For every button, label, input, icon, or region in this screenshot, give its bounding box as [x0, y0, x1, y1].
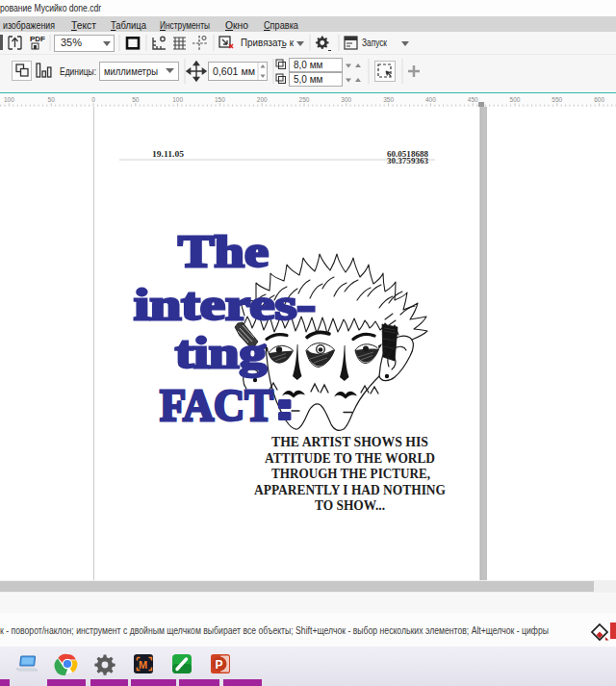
- svg-text:350: 350: [383, 96, 394, 103]
- svg-text:APPARENTLY I HAD NOTHING: APPARENTLY I HAD NOTHING: [254, 482, 446, 497]
- svg-text:Запуск: Запуск: [362, 37, 387, 48]
- svg-text:50: 50: [132, 96, 140, 103]
- svg-text:FACT: FACT: [160, 381, 273, 430]
- svg-text:150: 150: [215, 96, 225, 103]
- svg-text:250: 250: [299, 96, 310, 103]
- svg-text:5,0 мм: 5,0 мм: [294, 74, 323, 85]
- svg-text:THE ARTIST SHOWS HIS: THE ARTIST SHOWS HIS: [271, 434, 428, 449]
- svg-text:450: 450: [468, 96, 478, 103]
- svg-text:0,601 мм: 0,601 мм: [213, 65, 255, 77]
- svg-text:0: 0: [91, 96, 95, 103]
- svg-text:ATTITUDE TO THE WORLD: ATTITUDE TO THE WORLD: [265, 450, 435, 466]
- svg-text:миллиметры: миллиметры: [104, 65, 158, 77]
- svg-text:8,0 мм: 8,0 мм: [294, 60, 323, 70]
- svg-text:TO SHOW...: TO SHOW...: [315, 497, 385, 513]
- svg-text:100: 100: [4, 96, 14, 103]
- svg-text:100: 100: [172, 96, 183, 103]
- svg-text:PDF: PDF: [30, 35, 45, 43]
- svg-text:ting: ting: [175, 328, 267, 377]
- svg-text:P: P: [216, 658, 223, 672]
- svg-text:600: 600: [594, 96, 604, 103]
- svg-text:550: 550: [552, 96, 562, 103]
- svg-text:200: 200: [257, 96, 268, 103]
- svg-text:M: M: [139, 659, 147, 671]
- svg-text:500: 500: [510, 96, 521, 103]
- svg-text:THROUGH THE PICTURE,: THROUGH THE PICTURE,: [271, 466, 430, 481]
- svg-text:Привязать к: Привязать к: [241, 37, 294, 48]
- svg-text:The: The: [178, 227, 269, 276]
- svg-text:Единицы:: Единицы:: [60, 65, 96, 77]
- svg-text:300: 300: [341, 96, 351, 103]
- svg-text:19.11.05: 19.11.05: [152, 149, 185, 159]
- svg-text:35%: 35%: [61, 37, 82, 48]
- svg-text:50: 50: [48, 96, 56, 103]
- svg-text:400: 400: [425, 96, 436, 103]
- svg-text:interes-: interes-: [134, 280, 316, 329]
- svg-text:30.3759363: 30.3759363: [387, 156, 429, 165]
